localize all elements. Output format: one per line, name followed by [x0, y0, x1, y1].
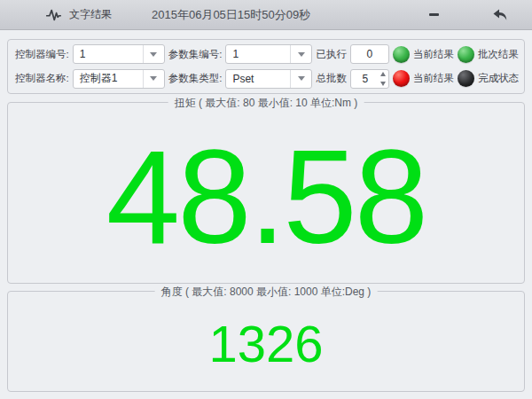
chevron-down-icon [380, 82, 386, 86]
page-title: 文字结果 [69, 0, 112, 29]
angle-value: 1326 [208, 313, 323, 370]
pset-no-value: 1 [226, 48, 290, 60]
chevron-down-icon [298, 52, 305, 57]
complete-status-label: 完成状态 [478, 72, 519, 85]
form-row-1: 控制器编号: 1 参数集编号: 1 已执行 0 当前结果 批次结果 [8, 44, 524, 64]
current-result-label: 当前结果 [413, 48, 454, 61]
minimize-icon [429, 13, 439, 16]
form-row-2: 控制器名称: 控制器1 参数集类型: Pset 总批数 5 当前结果 完成状态 [8, 69, 524, 89]
controller-name-value: 控制器1 [74, 71, 143, 86]
total-batch-label: 总批数 [316, 72, 347, 85]
pset-no-select[interactable]: 1 [225, 44, 312, 64]
angle-panel-legend: 角度 ( 最大值: 8000 最小值: 1000 单位:Deg ) [155, 285, 378, 300]
titlebar: 文字结果 2015年06月05日15时50分09秒 [0, 0, 532, 30]
batch-result-indicator [458, 46, 474, 63]
minimize-button[interactable] [420, 0, 447, 29]
dropdown-button[interactable] [290, 70, 311, 88]
controller-name-label: 控制器名称: [15, 72, 69, 85]
chevron-down-icon [150, 52, 157, 57]
chevron-up-icon [380, 72, 386, 76]
torque-panel: 扭矩 ( 最大值: 80 最小值: 10 单位:Nm ) 48.58 [7, 102, 525, 284]
dropdown-button[interactable] [143, 45, 164, 63]
current-result-indicator [393, 46, 410, 63]
total-batch-stepper[interactable]: 5 [350, 69, 389, 89]
batch-result-label: 批次结果 [478, 48, 519, 61]
total-batch-value: 5 [363, 73, 369, 85]
pset-type-select[interactable]: Pset [225, 69, 312, 89]
current-result-indicator [393, 70, 410, 87]
executed-count-field[interactable]: 0 [350, 44, 389, 64]
controller-name-select[interactable]: 控制器1 [73, 69, 165, 89]
angle-panel: 角度 ( 最大值: 8000 最小值: 1000 单位:Deg ) 1326 [7, 291, 525, 392]
dropdown-button[interactable] [143, 70, 164, 88]
executed-label: 已执行 [316, 48, 347, 61]
controller-no-value: 1 [74, 48, 143, 60]
chevron-down-icon [150, 76, 157, 81]
executed-count-value: 0 [367, 48, 373, 60]
back-button[interactable] [487, 0, 513, 29]
complete-status-indicator [458, 70, 474, 87]
torque-panel-legend: 扭矩 ( 最大值: 80 最小值: 10 单位:Nm ) [168, 96, 364, 111]
parameter-panel: 控制器编号: 1 参数集编号: 1 已执行 0 当前结果 批次结果 控制器名称:… [7, 39, 525, 94]
pset-type-value: Pset [226, 73, 290, 85]
pset-type-label: 参数集类型: [168, 72, 223, 85]
waveform-icon [46, 8, 61, 22]
controller-no-label: 控制器编号: [15, 48, 69, 61]
stepper-arrows[interactable] [380, 72, 386, 86]
torque-value: 48.58 [106, 123, 426, 263]
pset-no-label: 参数集编号: [168, 48, 223, 61]
dropdown-button[interactable] [290, 45, 311, 63]
chevron-down-icon [298, 76, 305, 81]
back-arrow-icon [492, 8, 508, 22]
current-result-label: 当前结果 [413, 72, 454, 85]
controller-no-select[interactable]: 1 [73, 44, 165, 64]
timestamp: 2015年06月05日15时50分09秒 [152, 0, 310, 29]
